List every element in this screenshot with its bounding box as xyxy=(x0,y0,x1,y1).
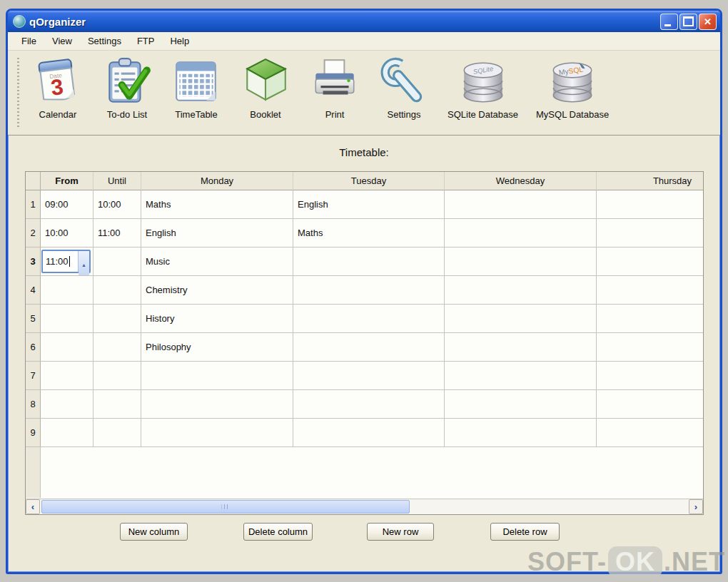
column-header-wednesday[interactable]: Wednesday xyxy=(445,172,597,190)
table-cell[interactable]: Music xyxy=(141,247,293,276)
table-cell[interactable] xyxy=(293,305,445,333)
table-cell[interactable] xyxy=(597,390,704,419)
horizontal-scrollbar[interactable]: ‹ › xyxy=(26,499,703,514)
row-header[interactable]: 2 xyxy=(26,219,41,247)
delete-column-button[interactable]: Delete column xyxy=(243,523,313,541)
table-cell[interactable] xyxy=(93,333,141,362)
table-cell[interactable] xyxy=(41,333,93,362)
toolbar-button-timetable[interactable]: TimeTable xyxy=(165,54,228,121)
table-cell[interactable]: Maths xyxy=(141,190,293,219)
scroll-right-button[interactable]: › xyxy=(689,499,703,514)
table-cell[interactable] xyxy=(597,333,704,362)
table-cell[interactable] xyxy=(597,362,704,390)
column-header-from[interactable]: From xyxy=(41,172,93,190)
table-cell[interactable] xyxy=(41,276,93,305)
table-cell[interactable] xyxy=(445,333,597,362)
row-header[interactable]: 9 xyxy=(26,419,41,447)
table-cell[interactable] xyxy=(93,305,141,333)
menu-file[interactable]: File xyxy=(14,33,44,49)
table-cell[interactable]: 11:00▲▼ xyxy=(41,247,93,276)
table-cell[interactable] xyxy=(445,419,597,447)
scroll-left-button[interactable]: ‹ xyxy=(26,499,40,514)
table-cell[interactable] xyxy=(41,305,93,333)
toolbar-button-mysql-database[interactable]: MySQL MySQL Database xyxy=(530,54,615,121)
row-header[interactable]: 6 xyxy=(26,333,41,362)
row-header[interactable]: 3 xyxy=(26,247,41,276)
row-header[interactable]: 4 xyxy=(26,276,41,305)
table-cell[interactable] xyxy=(293,362,445,390)
column-header-until[interactable]: Until xyxy=(93,172,141,190)
table-cell[interactable] xyxy=(41,419,93,447)
column-header-thursday[interactable]: Thursday xyxy=(597,172,704,190)
row-header[interactable]: 1 xyxy=(26,190,41,219)
table-cell[interactable]: 10:00 xyxy=(41,219,93,247)
minimize-button[interactable] xyxy=(660,14,678,30)
table-cell[interactable] xyxy=(93,390,141,419)
table-cell[interactable] xyxy=(293,419,445,447)
table-cell[interactable] xyxy=(293,333,445,362)
table-cell[interactable] xyxy=(293,276,445,305)
table-cell[interactable] xyxy=(445,362,597,390)
column-header-tuesday[interactable]: Tuesday xyxy=(293,172,445,190)
toolbar-label: Calendar xyxy=(39,109,77,120)
toolbar-label: Booklet xyxy=(250,109,280,120)
table-cell[interactable]: 11:00 xyxy=(93,219,141,247)
table-cell[interactable] xyxy=(293,390,445,419)
table-cell[interactable]: English xyxy=(141,219,293,247)
table-cell[interactable] xyxy=(93,362,141,390)
close-button[interactable]: ✕ xyxy=(699,14,717,30)
menu-settings[interactable]: Settings xyxy=(80,33,129,49)
table-cell[interactable] xyxy=(445,247,597,276)
table-cell[interactable]: English xyxy=(293,190,445,219)
table-cell[interactable] xyxy=(445,276,597,305)
table-cell[interactable] xyxy=(41,390,93,419)
table-cell[interactable] xyxy=(93,276,141,305)
table-cell[interactable]: Philosophy xyxy=(141,333,293,362)
table-cell[interactable] xyxy=(445,219,597,247)
table-cell[interactable] xyxy=(141,419,293,447)
row-header[interactable]: 5 xyxy=(26,305,41,333)
table-cell[interactable]: Maths xyxy=(293,219,445,247)
menu-view[interactable]: View xyxy=(44,33,80,49)
table-cell[interactable] xyxy=(445,390,597,419)
table-cell[interactable]: 09:00 xyxy=(41,190,93,219)
row-header[interactable]: 7 xyxy=(26,362,41,390)
menu-ftp[interactable]: FTP xyxy=(129,33,163,49)
table-cell[interactable] xyxy=(141,390,293,419)
table-cell[interactable]: Chemistry xyxy=(141,276,293,305)
toolbar-button-booklet[interactable]: Booklet xyxy=(234,54,297,121)
table-cell[interactable] xyxy=(597,190,704,219)
table-cell[interactable]: History xyxy=(141,305,293,333)
table-row: 6Philosophy xyxy=(26,333,704,362)
table-cell[interactable] xyxy=(597,276,704,305)
maximize-button[interactable] xyxy=(679,14,697,30)
row-header[interactable]: 8 xyxy=(26,390,41,419)
table-cell[interactable] xyxy=(93,247,141,276)
table-cell[interactable] xyxy=(445,305,597,333)
toolbar-button-print[interactable]: Print xyxy=(303,54,366,121)
toolbar-drag-handle[interactable] xyxy=(17,58,19,128)
toolbar-button-sqlite-database[interactable]: SQLite SQLite Database xyxy=(442,54,524,121)
table-cell[interactable] xyxy=(597,247,704,276)
toolbar-button-calendar[interactable]: Date 3 Calendar xyxy=(26,54,89,121)
table-cell[interactable] xyxy=(93,419,141,447)
toolbar-button-settings[interactable]: Settings xyxy=(373,54,435,121)
table-cell[interactable] xyxy=(141,362,293,390)
new-row-button[interactable]: New row xyxy=(367,523,434,541)
table-cell[interactable] xyxy=(293,247,445,276)
table-cell[interactable] xyxy=(597,305,704,333)
scrollbar-thumb[interactable] xyxy=(41,500,410,514)
menu-help[interactable]: Help xyxy=(162,33,197,49)
new-column-button[interactable]: New column xyxy=(120,523,188,541)
scrollbar-track[interactable] xyxy=(40,499,689,514)
table-cell[interactable] xyxy=(41,362,93,390)
table-cell[interactable] xyxy=(445,190,597,219)
table-cell[interactable] xyxy=(597,419,704,447)
spin-up-button[interactable]: ▲ xyxy=(79,251,89,276)
table-cell[interactable]: 10:00 xyxy=(93,190,141,219)
cell-editor-spinbox[interactable]: 11:00▲▼ xyxy=(41,250,91,273)
toolbar-button-todo-list[interactable]: To-do List xyxy=(96,54,158,121)
delete-row-button[interactable]: Delete row xyxy=(490,523,560,541)
column-header-monday[interactable]: Monday xyxy=(141,172,293,190)
table-cell[interactable] xyxy=(597,219,704,247)
